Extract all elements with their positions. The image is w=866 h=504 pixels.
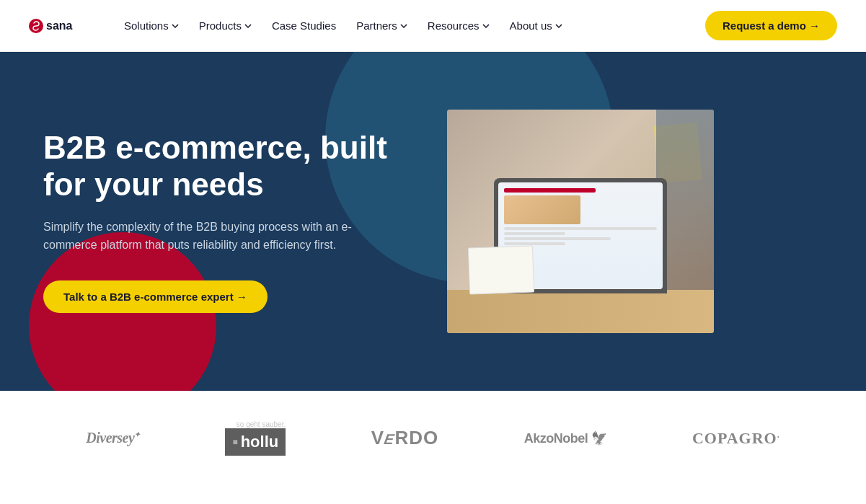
laptop-illustration: [447, 110, 714, 333]
nav-solutions[interactable]: Solutions: [115, 14, 187, 37]
hero-image-wrap: [447, 110, 714, 333]
hero-subtitle: Simplify the complexity of the B2B buyin…: [43, 218, 361, 255]
svg-text:sana: sana: [46, 19, 73, 32]
logos-section: Diversey✦ so geht sauber. ■ hollu VERDO …: [0, 391, 866, 485]
logo-verdo: VERDO: [371, 427, 438, 449]
sana-logo: sana: [29, 13, 94, 39]
chevron-down-icon: [172, 24, 179, 28]
nav-about-us[interactable]: About us: [501, 14, 571, 37]
hero-cta-button[interactable]: Talk to a B2B e-commerce expert →: [43, 280, 268, 313]
logo-hollu: so geht sauber. ■ hollu: [225, 420, 286, 456]
navbar: sana Solutions Products Case Studies Par…: [0, 0, 866, 52]
logo-akzonobel: AkzoNobel 🦅: [524, 430, 607, 446]
hero-content: B2B e-commerce, built for your needs Sim…: [0, 52, 866, 391]
chevron-down-icon: [482, 24, 490, 28]
nav-case-studies[interactable]: Case Studies: [263, 14, 345, 37]
request-demo-button[interactable]: Request a demo →: [705, 11, 837, 40]
logo-diversey: Diversey✦: [86, 430, 140, 446]
chevron-down-icon: [555, 24, 562, 28]
nav-resources[interactable]: Resources: [419, 14, 498, 37]
hero-title: B2B e-commerce, built for your needs: [43, 130, 418, 203]
nav-products[interactable]: Products: [190, 14, 260, 37]
logo-link[interactable]: sana: [29, 13, 94, 39]
chevron-down-icon: [244, 24, 252, 28]
nav-cta-area: Request a demo →: [705, 11, 837, 40]
hero-section: B2B e-commerce, built for your needs Sim…: [0, 52, 866, 391]
nav-links: Solutions Products Case Studies Partners…: [115, 14, 705, 37]
hero-image: [447, 110, 714, 333]
chevron-down-icon: [400, 24, 407, 28]
hero-text-block: B2B e-commerce, built for your needs Sim…: [43, 130, 418, 312]
nav-partners[interactable]: Partners: [348, 14, 416, 37]
logo-copagro: COPAGRO.: [692, 429, 780, 448]
